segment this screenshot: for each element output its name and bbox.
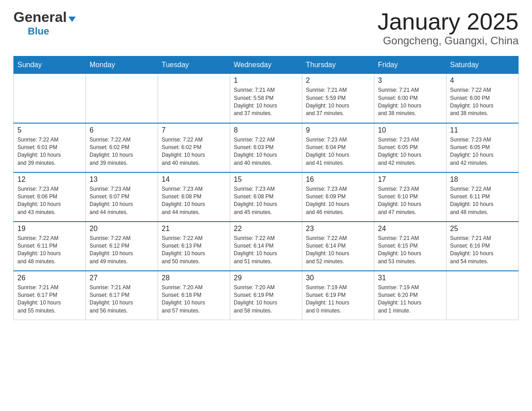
calendar-cell: 5Sunrise: 7:22 AM Sunset: 6:01 PM Daylig…: [14, 123, 86, 172]
weekday-header-sunday: Sunday: [14, 56, 86, 74]
day-info: Sunrise: 7:21 AM Sunset: 6:17 PM Dayligh…: [90, 284, 154, 315]
day-number: 4: [450, 77, 515, 85]
weekday-header-row: SundayMondayTuesdayWednesdayThursdayFrid…: [14, 56, 519, 74]
calendar-cell: [446, 271, 519, 320]
calendar-cell: 13Sunrise: 7:23 AM Sunset: 6:07 PM Dayli…: [86, 172, 158, 222]
day-info: Sunrise: 7:22 AM Sunset: 6:03 PM Dayligh…: [234, 136, 298, 167]
month-title: January 2025: [378, 9, 519, 34]
title-area: January 2025 Gongcheng, Guangxi, China: [378, 9, 519, 47]
day-info: Sunrise: 7:23 AM Sunset: 6:07 PM Dayligh…: [90, 185, 154, 217]
day-info: Sunrise: 7:23 AM Sunset: 6:09 PM Dayligh…: [306, 185, 370, 217]
calendar-cell: 19Sunrise: 7:22 AM Sunset: 6:11 PM Dayli…: [14, 222, 86, 271]
day-number: 5: [17, 126, 82, 134]
day-number: 1: [234, 77, 298, 85]
calendar-cell: 23Sunrise: 7:22 AM Sunset: 6:14 PM Dayli…: [302, 222, 374, 271]
weekday-header-tuesday: Tuesday: [158, 56, 230, 74]
calendar-table: SundayMondayTuesdayWednesdayThursdayFrid…: [13, 56, 519, 320]
calendar-cell: 31Sunrise: 7:19 AM Sunset: 6:20 PM Dayli…: [374, 271, 446, 320]
day-info: Sunrise: 7:21 AM Sunset: 6:00 PM Dayligh…: [378, 86, 442, 118]
day-info: Sunrise: 7:23 AM Sunset: 6:08 PM Dayligh…: [162, 185, 226, 217]
calendar-cell: 27Sunrise: 7:21 AM Sunset: 6:17 PM Dayli…: [86, 271, 158, 320]
day-number: 7: [162, 126, 226, 134]
day-info: Sunrise: 7:20 AM Sunset: 6:19 PM Dayligh…: [234, 284, 298, 315]
calendar-cell: 18Sunrise: 7:22 AM Sunset: 6:11 PM Dayli…: [446, 172, 519, 222]
calendar-cell: 22Sunrise: 7:22 AM Sunset: 6:14 PM Dayli…: [230, 222, 302, 271]
day-number: 11: [450, 126, 515, 134]
day-info: Sunrise: 7:22 AM Sunset: 6:02 PM Dayligh…: [90, 136, 154, 167]
weekday-header-monday: Monday: [86, 56, 158, 74]
day-info: Sunrise: 7:22 AM Sunset: 6:01 PM Dayligh…: [17, 136, 82, 167]
day-number: 13: [90, 176, 154, 184]
day-number: 2: [306, 77, 370, 85]
calendar-header: SundayMondayTuesdayWednesdayThursdayFrid…: [14, 56, 519, 74]
day-info: Sunrise: 7:22 AM Sunset: 6:13 PM Dayligh…: [162, 235, 226, 266]
day-info: Sunrise: 7:23 AM Sunset: 6:06 PM Dayligh…: [17, 185, 82, 217]
day-info: Sunrise: 7:22 AM Sunset: 6:00 PM Dayligh…: [450, 86, 515, 118]
calendar-cell: 15Sunrise: 7:23 AM Sunset: 6:08 PM Dayli…: [230, 172, 302, 222]
calendar-week-row: 26Sunrise: 7:21 AM Sunset: 6:17 PM Dayli…: [14, 271, 519, 320]
calendar-cell: 1Sunrise: 7:21 AM Sunset: 5:58 PM Daylig…: [230, 74, 302, 123]
page-header: General Blue January 2025 Gongcheng, Gua…: [13, 9, 519, 47]
day-number: 6: [90, 126, 154, 134]
weekday-header-saturday: Saturday: [446, 56, 519, 74]
day-number: 24: [378, 225, 442, 233]
day-number: 23: [306, 225, 370, 233]
day-number: 30: [306, 274, 370, 282]
logo-blue-word: Blue: [28, 26, 49, 37]
weekday-header-thursday: Thursday: [302, 56, 374, 74]
calendar-cell: 26Sunrise: 7:21 AM Sunset: 6:17 PM Dayli…: [14, 271, 86, 320]
logo: General Blue: [13, 9, 76, 37]
day-number: 22: [234, 225, 298, 233]
day-number: 3: [378, 77, 442, 85]
calendar-cell: 6Sunrise: 7:22 AM Sunset: 6:02 PM Daylig…: [86, 123, 158, 172]
day-number: 20: [90, 225, 154, 233]
day-number: 26: [17, 274, 82, 282]
calendar-week-row: 1Sunrise: 7:21 AM Sunset: 5:58 PM Daylig…: [14, 74, 519, 123]
calendar-cell: 20Sunrise: 7:22 AM Sunset: 6:12 PM Dayli…: [86, 222, 158, 271]
day-number: 17: [378, 176, 442, 184]
day-number: 9: [306, 126, 370, 134]
calendar-cell: 16Sunrise: 7:23 AM Sunset: 6:09 PM Dayli…: [302, 172, 374, 222]
day-number: 25: [450, 225, 515, 233]
calendar-cell: 29Sunrise: 7:20 AM Sunset: 6:19 PM Dayli…: [230, 271, 302, 320]
calendar-cell: 2Sunrise: 7:21 AM Sunset: 5:59 PM Daylig…: [302, 74, 374, 123]
calendar-cell: 17Sunrise: 7:23 AM Sunset: 6:10 PM Dayli…: [374, 172, 446, 222]
day-number: 19: [17, 225, 82, 233]
day-info: Sunrise: 7:22 AM Sunset: 6:14 PM Dayligh…: [234, 235, 298, 266]
weekday-header-wednesday: Wednesday: [230, 56, 302, 74]
calendar-cell: 8Sunrise: 7:22 AM Sunset: 6:03 PM Daylig…: [230, 123, 302, 172]
calendar-week-row: 12Sunrise: 7:23 AM Sunset: 6:06 PM Dayli…: [14, 172, 519, 222]
calendar-cell: 3Sunrise: 7:21 AM Sunset: 6:00 PM Daylig…: [374, 74, 446, 123]
calendar-cell: 10Sunrise: 7:23 AM Sunset: 6:05 PM Dayli…: [374, 123, 446, 172]
logo-triangle-icon: [69, 17, 76, 22]
day-number: 12: [17, 176, 82, 184]
logo-general-text: General: [13, 9, 76, 26]
calendar-cell: 28Sunrise: 7:20 AM Sunset: 6:18 PM Dayli…: [158, 271, 230, 320]
day-info: Sunrise: 7:21 AM Sunset: 5:59 PM Dayligh…: [306, 86, 370, 118]
location-title: Gongcheng, Guangxi, China: [378, 34, 519, 47]
logo-blue-text: Blue: [13, 26, 49, 37]
day-info: Sunrise: 7:19 AM Sunset: 6:20 PM Dayligh…: [378, 284, 442, 315]
day-number: 31: [378, 274, 442, 282]
calendar-body: 1Sunrise: 7:21 AM Sunset: 5:58 PM Daylig…: [14, 74, 519, 320]
day-info: Sunrise: 7:22 AM Sunset: 6:14 PM Dayligh…: [306, 235, 370, 266]
day-info: Sunrise: 7:23 AM Sunset: 6:04 PM Dayligh…: [306, 136, 370, 167]
day-info: Sunrise: 7:23 AM Sunset: 6:08 PM Dayligh…: [234, 185, 298, 217]
calendar-cell: 7Sunrise: 7:22 AM Sunset: 6:02 PM Daylig…: [158, 123, 230, 172]
day-info: Sunrise: 7:21 AM Sunset: 6:15 PM Dayligh…: [378, 235, 442, 266]
weekday-header-friday: Friday: [374, 56, 446, 74]
calendar-cell: 24Sunrise: 7:21 AM Sunset: 6:15 PM Dayli…: [374, 222, 446, 271]
calendar-cell: [158, 74, 230, 123]
calendar-cell: 4Sunrise: 7:22 AM Sunset: 6:00 PM Daylig…: [446, 74, 519, 123]
day-info: Sunrise: 7:22 AM Sunset: 6:11 PM Dayligh…: [450, 185, 515, 217]
day-info: Sunrise: 7:22 AM Sunset: 6:02 PM Dayligh…: [162, 136, 226, 167]
day-number: 16: [306, 176, 370, 184]
calendar-cell: 25Sunrise: 7:21 AM Sunset: 6:16 PM Dayli…: [446, 222, 519, 271]
calendar-week-row: 19Sunrise: 7:22 AM Sunset: 6:11 PM Dayli…: [14, 222, 519, 271]
calendar-cell: 14Sunrise: 7:23 AM Sunset: 6:08 PM Dayli…: [158, 172, 230, 222]
day-info: Sunrise: 7:19 AM Sunset: 6:19 PM Dayligh…: [306, 284, 370, 315]
calendar-cell: [86, 74, 158, 123]
calendar-cell: 30Sunrise: 7:19 AM Sunset: 6:19 PM Dayli…: [302, 271, 374, 320]
day-number: 8: [234, 126, 298, 134]
calendar-cell: 21Sunrise: 7:22 AM Sunset: 6:13 PM Dayli…: [158, 222, 230, 271]
